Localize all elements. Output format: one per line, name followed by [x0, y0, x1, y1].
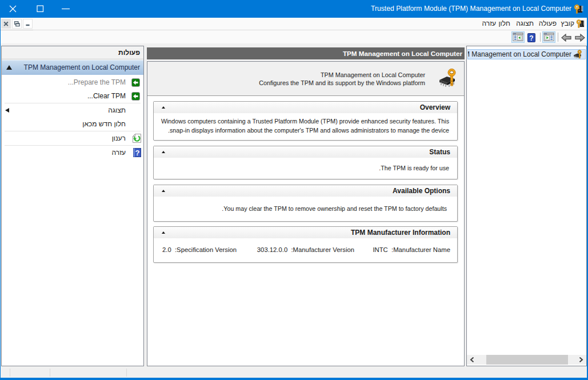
- svg-text:?: ?: [135, 149, 140, 157]
- svg-text:?: ?: [529, 34, 533, 42]
